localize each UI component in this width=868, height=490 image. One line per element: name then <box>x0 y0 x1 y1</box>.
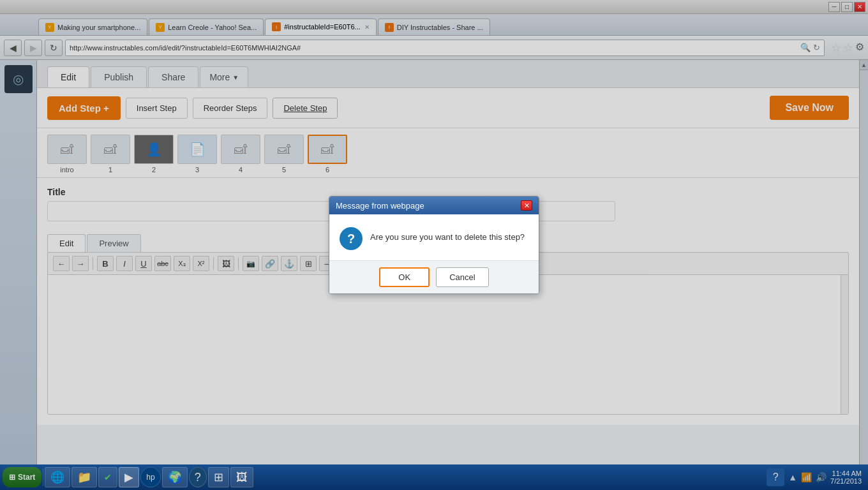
modal-close-button[interactable]: ✕ <box>521 200 532 211</box>
modal-message: Are you sure you want to delete this ste… <box>370 227 525 242</box>
modal-titlebar: Message from webpage ✕ <box>329 197 539 214</box>
modal-overlay: Message from webpage ✕ ? Are you sure yo… <box>0 0 868 490</box>
modal-footer: OK Cancel <box>329 260 539 293</box>
modal-cancel-button[interactable]: Cancel <box>436 267 488 287</box>
modal-ok-button[interactable]: OK <box>379 267 430 287</box>
modal-dialog: Message from webpage ✕ ? Are you sure yo… <box>329 196 539 294</box>
modal-body: ? Are you sure you want to delete this s… <box>329 214 539 260</box>
modal-title: Message from webpage <box>336 201 424 211</box>
modal-question-icon: ? <box>340 227 363 250</box>
browser-frame: ─ □ ✕ Y Making your smartphone... Y Lear… <box>0 0 868 490</box>
